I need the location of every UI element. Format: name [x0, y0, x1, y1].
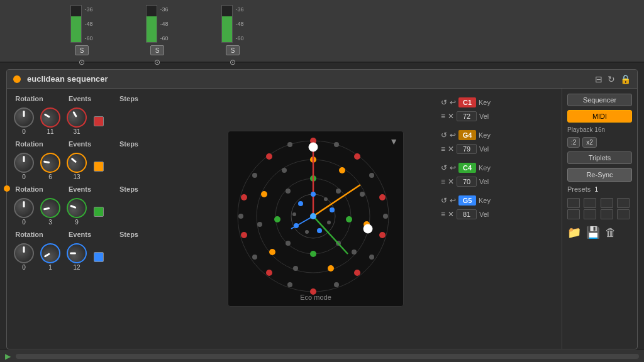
vel-input-2[interactable] — [457, 144, 477, 154]
fader-track-2[interactable] — [146, 5, 157, 43]
undo-icon-4[interactable]: ↩ — [450, 196, 456, 205]
lock-icon[interactable]: 🔒 — [620, 74, 631, 84]
mixer-channel-1: -36 -48 -60 S ⊙ — [57, 5, 107, 67]
preset-cell-2[interactable] — [584, 198, 596, 208]
preset-cell-1[interactable] — [567, 198, 580, 208]
preset-cell-3[interactable] — [601, 198, 613, 208]
solo-btn-1[interactable]: S — [75, 45, 89, 55]
steps-knob-2[interactable] — [62, 148, 91, 177]
key-btn-2[interactable]: G4 — [458, 130, 476, 140]
midi-btn[interactable]: MIDI — [567, 110, 632, 123]
solo-btn-2[interactable]: S — [150, 45, 164, 55]
events-knob-1-container: 11 — [38, 107, 62, 135]
events-knob-4[interactable] — [36, 239, 64, 267]
events-val-3: 3 — [48, 219, 52, 226]
floppy-icon[interactable]: 💾 — [586, 226, 600, 239]
folder-icon[interactable]: 📁 — [567, 226, 581, 239]
steps-knob-3[interactable] — [64, 195, 89, 221]
color-box-1[interactable] — [94, 116, 104, 126]
reset-icon-1[interactable]: ↺ — [441, 98, 447, 107]
preset-cell-8[interactable] — [617, 209, 630, 219]
sequencer-btn[interactable]: Sequencer — [567, 94, 632, 106]
rotation-knob-2-container: 0 — [12, 153, 36, 180]
svg-point-12 — [287, 282, 292, 287]
steps-knob-4[interactable] — [67, 243, 87, 263]
svg-point-56 — [294, 223, 299, 228]
reset-icon-3[interactable]: ↺ — [441, 163, 447, 172]
color-box-3[interactable] — [94, 207, 104, 217]
steps-knob-1[interactable] — [63, 104, 91, 131]
svg-point-36 — [346, 216, 352, 222]
save-icon[interactable]: ⊟ — [595, 74, 602, 84]
undo-icon-3[interactable]: ↩ — [450, 163, 456, 172]
vel-input-4[interactable] — [457, 209, 477, 219]
transport-track[interactable] — [16, 354, 639, 359]
events-knob-3-indicator — [43, 207, 50, 211]
refresh-icon[interactable]: ↻ — [608, 74, 615, 84]
fader-track-3[interactable] — [221, 5, 233, 43]
rotation-val-3: 0 — [22, 219, 26, 226]
resync-btn[interactable]: Re-Sync — [567, 168, 632, 182]
undo-icon-2[interactable]: ↩ — [450, 131, 456, 140]
color-box-4[interactable] — [94, 252, 104, 262]
play-btn[interactable]: ▶ — [5, 352, 11, 361]
preset-cell-6[interactable] — [584, 209, 596, 219]
rotation-knob-3[interactable] — [14, 198, 34, 218]
key-btn-1[interactable]: C1 — [458, 97, 476, 107]
steps-val-3: 9 — [75, 219, 79, 226]
svg-point-14 — [252, 255, 257, 260]
svg-point-8 — [369, 255, 374, 260]
rotation-knob-1[interactable] — [14, 107, 34, 128]
key-btn-4[interactable]: G5 — [458, 195, 476, 206]
reset-icon-4[interactable]: ↺ — [441, 196, 447, 205]
circular-display[interactable]: ▼ — [228, 131, 404, 307]
events-knob-1[interactable] — [36, 104, 64, 131]
mixer-channel-2: -36 -48 -60 S ⊙ — [132, 5, 182, 67]
cross-icon-2[interactable]: ✕ — [448, 145, 454, 153]
col-header-rotation-4: Rotation — [12, 231, 47, 238]
eq-icon-2[interactable]: ≡ — [441, 145, 445, 153]
vel-input-3[interactable] — [457, 177, 477, 187]
svg-point-40 — [274, 216, 280, 222]
playback-row: :2 x2 — [567, 137, 632, 148]
key-label-3: Key — [479, 164, 491, 172]
events-knob-3[interactable] — [38, 196, 62, 219]
undo-icon-1[interactable]: ↩ — [450, 98, 456, 107]
eq-icon-1[interactable]: ≡ — [441, 112, 445, 121]
key-btn-3[interactable]: C4 — [458, 163, 476, 173]
triplets-btn[interactable]: Triplets — [567, 151, 632, 164]
preset-cell-4[interactable] — [617, 198, 630, 208]
events-val-1: 11 — [47, 128, 53, 135]
svg-point-29 — [269, 249, 275, 255]
events-knob-2[interactable] — [38, 151, 62, 174]
color-box-2[interactable] — [94, 162, 104, 172]
fader-track-1[interactable] — [70, 5, 82, 43]
vel-input-1[interactable] — [457, 111, 477, 121]
svg-point-18 — [252, 173, 257, 178]
preset-cell-5[interactable] — [567, 209, 580, 219]
rotation-knob-2[interactable] — [14, 153, 34, 173]
reset-icon-2[interactable]: ↺ — [441, 131, 447, 140]
rotation-knob-4[interactable] — [14, 243, 34, 263]
svg-point-48 — [364, 224, 372, 233]
cross-icon-4[interactable]: ✕ — [448, 210, 454, 219]
svg-point-15 — [241, 232, 247, 238]
trash-icon[interactable]: 🗑 — [605, 226, 616, 239]
preset-cell-7[interactable] — [601, 209, 613, 219]
eq-icon-3[interactable]: ≡ — [441, 177, 445, 186]
svg-point-19 — [266, 153, 272, 160]
cross-icon-3[interactable]: ✕ — [448, 177, 454, 186]
playback-div-btn[interactable]: :2 — [567, 137, 580, 148]
eq-icon-4[interactable]: ≡ — [441, 210, 445, 219]
level-48-3: -48 — [235, 21, 243, 27]
cross-icon-1[interactable]: ✕ — [448, 112, 454, 121]
col-header-events-3: Events — [64, 185, 96, 193]
channel-row-4b: ≡ ✕ Vel — [441, 208, 557, 221]
playback-mult-btn[interactable]: x2 — [582, 137, 597, 148]
vel-label-1: Vel — [479, 112, 489, 120]
file-icons: 📁 💾 🗑 — [567, 226, 632, 239]
solo-btn-3[interactable]: S — [226, 45, 240, 55]
level-60-3: -60 — [235, 35, 243, 41]
channel-row-1b: ≡ ✕ Vel — [441, 110, 557, 123]
plugin-title: euclidean sequencer — [27, 74, 595, 84]
